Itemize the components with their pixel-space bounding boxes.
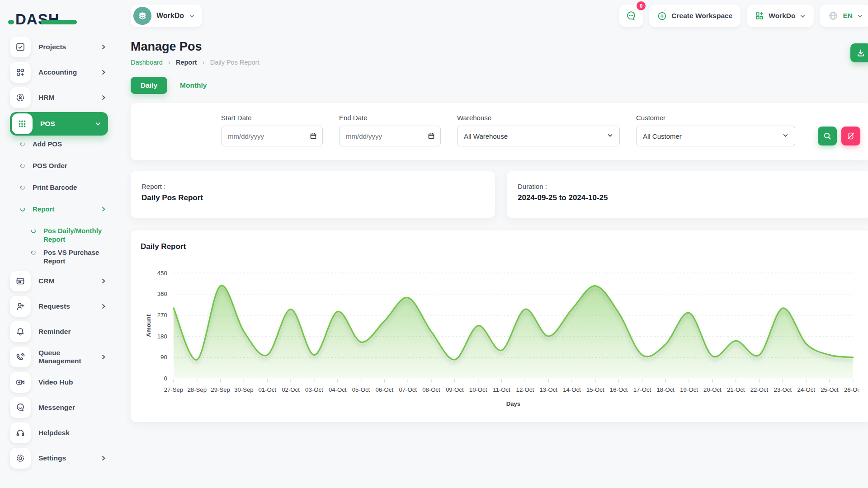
tab-daily[interactable]: Daily xyxy=(131,77,167,94)
sidebar-item-queue-management[interactable]: Queue Management xyxy=(10,346,120,368)
svg-text:28-Sep: 28-Sep xyxy=(188,386,207,393)
app-root: DASH Projects Accounting xyxy=(0,0,868,488)
filter-panel: Start Date End Date Wareho xyxy=(131,103,868,160)
sidebar-item-pos-daily-monthly-report[interactable]: Pos Daily/Monthly Report xyxy=(10,227,114,246)
svg-text:08-Oct: 08-Oct xyxy=(422,386,440,393)
top-bar: WorkDo 0 Create Workspace WorkDo xyxy=(131,0,868,32)
reset-filter-button[interactable] xyxy=(841,127,860,145)
search-icon xyxy=(823,132,831,140)
page-header: Manage Pos Dashboard › Report › Daily Po… xyxy=(131,40,868,66)
calendar-icon[interactable] xyxy=(428,132,435,140)
calendar-icon[interactable] xyxy=(310,132,317,140)
svg-text:12-Oct: 12-Oct xyxy=(516,386,534,393)
logo-dash-decoration xyxy=(41,20,77,24)
customer-select[interactable]: All Customer xyxy=(636,126,795,146)
sidebar-item-projects[interactable]: Projects xyxy=(10,36,120,58)
chevron-right-icon xyxy=(101,304,106,309)
warehouse-select[interactable]: All Warehouse xyxy=(457,126,620,146)
svg-text:09-Oct: 09-Oct xyxy=(446,386,464,393)
svg-text:22-Oct: 22-Oct xyxy=(750,386,769,393)
sidebar-item-messenger[interactable]: Messenger xyxy=(10,397,120,418)
chevron-down-icon xyxy=(800,13,806,19)
report-summary-card: Report : Daily Pos Report xyxy=(131,171,495,218)
chevron-right-icon xyxy=(101,70,106,75)
svg-text:07-Oct: 07-Oct xyxy=(399,386,417,393)
warehouse-field: Warehouse All Warehouse xyxy=(457,114,620,146)
svg-text:13-Oct: 13-Oct xyxy=(539,386,557,393)
workspace-selector[interactable]: WorkDo xyxy=(131,5,202,27)
svg-text:Days: Days xyxy=(506,400,521,407)
sidebar-item-helpdesk[interactable]: Helpdesk xyxy=(10,422,120,444)
chevron-right-icon: › xyxy=(168,58,170,66)
submenu-bullet-icon xyxy=(31,228,36,234)
svg-text:02-Oct: 02-Oct xyxy=(282,386,300,393)
accounting-icon xyxy=(10,62,31,83)
filter-actions xyxy=(818,127,860,146)
chevron-right-icon: › xyxy=(203,58,205,66)
svg-text:01-Oct: 01-Oct xyxy=(258,386,276,393)
svg-text:24-Oct: 24-Oct xyxy=(797,386,815,393)
report-period-tabs: Daily Monthly xyxy=(131,77,868,94)
gear-icon xyxy=(10,448,31,469)
apply-filter-button[interactable] xyxy=(818,127,837,145)
sidebar-item-pos-order[interactable]: POS Order xyxy=(10,162,120,181)
tab-monthly[interactable]: Monthly xyxy=(170,77,217,94)
sidebar-item-settings[interactable]: Settings xyxy=(10,447,120,469)
workspace-avatar xyxy=(133,7,151,25)
messages-button[interactable]: 0 xyxy=(619,5,643,27)
svg-text:14-Oct: 14-Oct xyxy=(563,386,581,393)
globe-icon xyxy=(828,11,838,21)
svg-text:25-Oct: 25-Oct xyxy=(821,386,839,393)
sidebar-item-print-barcode[interactable]: Print Barcode xyxy=(10,183,120,202)
hrm-icon xyxy=(10,87,31,108)
chart-title: Daily Report xyxy=(141,242,861,251)
breadcrumb-report[interactable]: Report xyxy=(176,59,197,66)
chevron-right-icon xyxy=(101,95,106,100)
start-date-input[interactable] xyxy=(222,126,322,146)
end-date-input[interactable] xyxy=(340,126,440,146)
svg-text:29-Sep: 29-Sep xyxy=(211,386,230,393)
download-report-button[interactable] xyxy=(850,43,868,62)
svg-text:03-Oct: 03-Oct xyxy=(305,386,323,393)
sidebar-item-video-hub[interactable]: Video Hub xyxy=(10,371,120,393)
svg-text:0: 0 xyxy=(164,375,167,382)
sidebar-item-crm[interactable]: CRM xyxy=(10,270,120,292)
language-selector[interactable]: EN xyxy=(820,5,868,27)
chat-bubble-icon xyxy=(626,10,637,21)
sidebar-item-add-pos[interactable]: Add POS xyxy=(10,140,120,159)
chevron-down-icon xyxy=(95,121,101,127)
chevron-right-icon xyxy=(101,354,106,360)
summary-cards: Report : Daily Pos Report Duration : 202… xyxy=(131,171,868,218)
svg-text:06-Oct: 06-Oct xyxy=(376,386,394,393)
end-date-field: End Date xyxy=(339,114,441,146)
chevron-down-icon xyxy=(189,13,195,19)
sidebar-item-pos-vs-purchase-report[interactable]: Pos VS Purchase Report xyxy=(10,249,114,267)
chevron-right-icon xyxy=(101,278,106,284)
building-icon xyxy=(137,11,147,21)
create-workspace-button[interactable]: Create Workspace xyxy=(649,5,741,27)
daily-report-chart[interactable]: 09018027036045027-Sep28-Sep29-Sep30-Sep0… xyxy=(143,267,859,408)
sidebar: DASH Projects Accounting xyxy=(0,0,120,488)
submenu-bullet-icon xyxy=(20,163,25,169)
svg-text:450: 450 xyxy=(157,270,167,277)
chat-bubble-icon xyxy=(10,397,31,418)
customer-field: Customer All Customer xyxy=(636,114,795,146)
svg-text:15-Oct: 15-Oct xyxy=(586,386,604,393)
svg-text:27-Sep: 27-Sep xyxy=(164,386,183,393)
svg-text:19-Oct: 19-Oct xyxy=(680,386,698,393)
breadcrumb-current: Daily Pos Report xyxy=(210,59,259,66)
workspace-switcher[interactable]: WorkDo xyxy=(747,5,814,27)
plus-circle-icon xyxy=(657,11,667,21)
svg-text:10-Oct: 10-Oct xyxy=(469,386,487,393)
breadcrumb-dashboard[interactable]: Dashboard xyxy=(131,59,163,66)
sidebar-item-accounting[interactable]: Accounting xyxy=(10,61,120,83)
sidebar-item-reminder[interactable]: Reminder xyxy=(10,321,120,343)
brand-logo[interactable]: DASH xyxy=(15,11,60,28)
svg-text:90: 90 xyxy=(160,354,167,361)
chevron-right-icon xyxy=(101,455,106,461)
sidebar-item-requests[interactable]: Requests xyxy=(10,296,120,317)
sidebar-item-pos[interactable]: POS xyxy=(10,112,108,136)
sidebar-item-report[interactable]: Report xyxy=(10,205,120,224)
sidebar-item-hrm[interactable]: HRM xyxy=(10,87,120,108)
svg-text:17-Oct: 17-Oct xyxy=(633,386,651,393)
